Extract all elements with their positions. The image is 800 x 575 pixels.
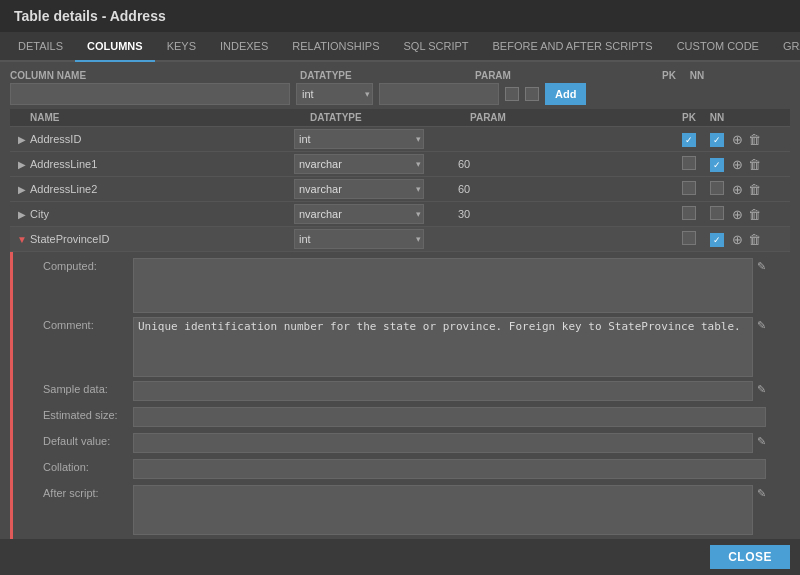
estimated-size-input[interactable] — [133, 407, 766, 427]
detail-computed-row: Computed: ✎ — [43, 258, 766, 313]
add-nn-checkbox[interactable] — [525, 87, 539, 101]
table-row: ▶ City nvarchar 30 ⊕ 🗑 — [10, 202, 790, 227]
nn-checkbox[interactable] — [710, 158, 724, 172]
cell-pk — [675, 206, 703, 223]
computed-label: Computed: — [43, 258, 133, 272]
table-row: ▶ AddressLine2 nvarchar 60 ⊕ 🗑 — [10, 177, 790, 202]
nn-checkbox[interactable] — [710, 233, 724, 247]
nn-checkbox[interactable] — [710, 181, 724, 195]
after-script-edit-icon[interactable]: ✎ — [757, 485, 766, 500]
move-icon[interactable]: ⊕ — [731, 131, 744, 148]
tab-keys[interactable]: KEYS — [155, 32, 208, 62]
datatype-select[interactable]: int — [294, 229, 424, 249]
nn-label-header: NN — [683, 70, 711, 81]
cell-pk — [675, 156, 703, 173]
th-name: NAME — [30, 112, 310, 123]
detail-estimated-size-row: Estimated size: — [43, 407, 766, 429]
detail-after-script-row: After script: ✎ — [43, 485, 766, 535]
add-row-labels: COLUMN NAME DATATYPE PARAM PK NN — [10, 70, 790, 81]
pk-checkbox[interactable] — [682, 206, 696, 220]
cell-actions: ⊕ 🗑 — [731, 231, 786, 248]
add-button[interactable]: Add — [545, 83, 586, 105]
th-pk: PK — [675, 112, 703, 123]
cell-nn — [703, 181, 731, 198]
cell-nn — [703, 206, 731, 223]
nn-checkbox[interactable] — [710, 133, 724, 147]
tab-indexes[interactable]: INDEXES — [208, 32, 280, 62]
cell-actions: ⊕ 🗑 — [731, 131, 786, 148]
sample-data-edit-icon[interactable]: ✎ — [757, 381, 766, 396]
tab-graphics[interactable]: GRAPHICS — [771, 32, 800, 62]
table-header: NAME DATATYPE PARAM PK NN — [10, 109, 790, 127]
datatype-select-wrapper: nvarchar — [294, 179, 424, 199]
move-icon[interactable]: ⊕ — [731, 156, 744, 173]
param-label: PARAM — [475, 70, 655, 81]
table-body: ▶ AddressID int ⊕ 🗑 ▶ AddressLine1 — [10, 127, 790, 575]
pk-checkbox[interactable] — [682, 156, 696, 170]
row-expand-toggle[interactable]: ▶ — [14, 134, 30, 145]
pk-checkbox[interactable] — [682, 181, 696, 195]
nn-checkbox[interactable] — [710, 206, 724, 220]
delete-icon[interactable]: 🗑 — [747, 131, 762, 148]
tab-relationships[interactable]: RELATIONSHIPS — [280, 32, 391, 62]
comment-edit-icon[interactable]: ✎ — [757, 317, 766, 332]
title-bar: Table details - Address — [0, 0, 800, 32]
delete-icon[interactable]: 🗑 — [747, 206, 762, 223]
cell-datatype: int — [294, 229, 454, 249]
delete-icon[interactable]: 🗑 — [747, 181, 762, 198]
sample-data-label: Sample data: — [43, 381, 133, 395]
row-expand-toggle[interactable]: ▶ — [14, 159, 30, 170]
delete-icon[interactable]: 🗑 — [747, 231, 762, 248]
add-pk-checkbox[interactable] — [505, 87, 519, 101]
default-value-edit-icon[interactable]: ✎ — [757, 433, 766, 448]
comment-textarea[interactable]: Unique identification number for the sta… — [133, 317, 753, 377]
add-param-input[interactable] — [379, 83, 499, 105]
tab-details[interactable]: DETAILS — [6, 32, 75, 62]
datatype-select[interactable]: nvarchar — [294, 154, 424, 174]
default-value-label: Default value: — [43, 433, 133, 447]
row-expand-toggle[interactable]: ▶ — [14, 209, 30, 220]
cell-datatype: int — [294, 129, 454, 149]
computed-edit-icon[interactable]: ✎ — [757, 258, 766, 273]
delete-icon[interactable]: 🗑 — [747, 156, 762, 173]
tab-sql-script[interactable]: SQL SCRIPT — [392, 32, 481, 62]
collation-input[interactable] — [133, 459, 766, 479]
tab-custom-code[interactable]: CUSTOM CODE — [665, 32, 771, 62]
row-expand-toggle[interactable]: ▶ — [14, 184, 30, 195]
after-script-textarea[interactable] — [133, 485, 753, 535]
cell-name: AddressID — [30, 133, 294, 145]
cell-actions: ⊕ 🗑 — [731, 206, 786, 223]
table-row: ▶ AddressLine1 nvarchar 60 ⊕ 🗑 — [10, 152, 790, 177]
add-datatype-select[interactable]: int nvarchar geography — [296, 83, 373, 105]
sample-data-input[interactable] — [133, 381, 753, 401]
pk-checkbox[interactable] — [682, 231, 696, 245]
tab-before-after[interactable]: BEFORE AND AFTER SCRIPTS — [481, 32, 665, 62]
move-icon[interactable]: ⊕ — [731, 181, 744, 198]
row-expand-toggle[interactable]: ▼ — [14, 234, 30, 245]
close-button[interactable]: CLOSE — [710, 545, 790, 569]
table-row: ▶ AddressID int ⊕ 🗑 — [10, 127, 790, 152]
move-icon[interactable]: ⊕ — [731, 206, 744, 223]
move-icon[interactable]: ⊕ — [731, 231, 744, 248]
add-column-name-input[interactable] — [10, 83, 290, 105]
pk-checkbox[interactable] — [682, 133, 696, 147]
datatype-select[interactable]: int — [294, 129, 424, 149]
table-row: ▼ StateProvinceID int ⊕ 🗑 — [10, 227, 790, 252]
datatype-select[interactable]: nvarchar — [294, 204, 424, 224]
detail-sample-data-row: Sample data: ✎ — [43, 381, 766, 403]
datatype-select[interactable]: nvarchar — [294, 179, 424, 199]
comment-label: Comment: — [43, 317, 133, 331]
detail-collation-row: Collation: — [43, 459, 766, 481]
add-datatype-wrapper: int nvarchar geography — [296, 83, 373, 105]
computed-textarea[interactable] — [133, 258, 753, 313]
datatype-label: DATATYPE — [300, 70, 475, 81]
column-name-label: COLUMN NAME — [10, 70, 300, 81]
cell-param: 60 — [454, 183, 675, 195]
tab-columns[interactable]: COLUMNS — [75, 32, 155, 62]
page-title: Table details - Address — [14, 8, 166, 24]
content-area: COLUMN NAME DATATYPE PARAM PK NN int nva… — [0, 62, 800, 575]
datatype-select-wrapper: nvarchar — [294, 154, 424, 174]
add-row: int nvarchar geography Add — [10, 83, 790, 105]
bottom-bar: CLOSE — [0, 539, 800, 575]
default-value-input[interactable] — [133, 433, 753, 453]
